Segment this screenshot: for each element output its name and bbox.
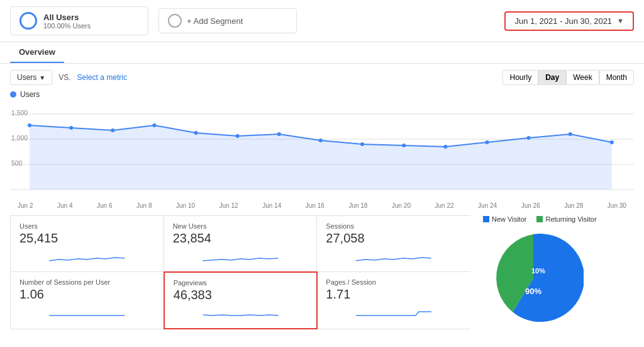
mini-chart-users: [19, 248, 155, 266]
week-button[interactable]: Week: [566, 70, 599, 85]
chevron-down-icon: ▼: [617, 17, 624, 25]
stat-card-pages-per-session: Pages / Session 1.71: [317, 272, 470, 329]
returning-visitor-label: Returning Visitor: [545, 215, 596, 223]
stat-value: 23,854: [173, 231, 308, 246]
stats-grid: Users 25,415 New Users 23,854 Sessions 2…: [10, 215, 470, 329]
stat-card-new-users: New Users 23,854: [164, 216, 318, 272]
x-label: Jun 14: [262, 202, 281, 209]
x-label: Jun 24: [478, 202, 497, 209]
x-label: Jun 28: [564, 202, 583, 209]
mini-chart-sessions-per-user: [19, 304, 155, 322]
mini-chart-pageviews: [174, 305, 308, 322]
stat-label: Pageviews: [174, 279, 308, 287]
svg-text:90%: 90%: [525, 287, 541, 296]
stat-card-users: Users 25,415: [11, 216, 164, 272]
svg-point-18: [485, 140, 489, 144]
svg-point-14: [319, 139, 323, 142]
svg-text:10%: 10%: [531, 267, 545, 275]
new-visitor-label: New Visitor: [492, 215, 526, 223]
segment-percentage: 100.00% Users: [43, 22, 91, 30]
svg-point-16: [402, 144, 406, 147]
metric-dropdown[interactable]: Users ▼: [10, 70, 52, 85]
dropdown-arrow-icon: ▼: [39, 74, 45, 81]
mini-chart-sessions: [326, 248, 462, 266]
x-label: Jun 10: [176, 202, 195, 209]
stat-label: Users: [19, 222, 155, 230]
svg-point-11: [194, 131, 197, 135]
new-visitor-legend: New Visitor: [483, 215, 526, 223]
day-button[interactable]: Day: [538, 70, 566, 85]
stat-label: Pages / Session: [326, 278, 462, 286]
stat-value: 1.06: [19, 287, 155, 302]
new-visitor-dot: [483, 216, 489, 222]
svg-text:1,500: 1,500: [11, 110, 28, 117]
svg-point-21: [610, 140, 614, 144]
add-segment-label: + Add Segment: [187, 16, 243, 26]
vs-label: VS.: [58, 73, 70, 82]
stat-value: 46,383: [174, 288, 308, 302]
stat-value: 1.71: [326, 287, 462, 302]
segment-circle: [19, 12, 37, 30]
svg-point-9: [111, 128, 114, 132]
hourly-button[interactable]: Hourly: [502, 70, 538, 85]
stat-value: 25,415: [19, 231, 155, 246]
add-segment-button[interactable]: + Add Segment: [158, 8, 297, 33]
x-label: Jun 2: [18, 202, 33, 209]
chart-legend: Users: [10, 90, 634, 99]
svg-text:1,000: 1,000: [11, 135, 28, 142]
svg-text:500: 500: [11, 160, 23, 167]
x-label: Jun 4: [57, 202, 72, 209]
tab-overview[interactable]: Overview: [10, 42, 64, 63]
chart-section: Users ▼ VS. Select a metric Hourly Day W…: [0, 64, 644, 209]
stat-card-sessions-per-user: Number of Sessions per User 1.06: [11, 272, 164, 329]
stat-label: New Users: [173, 222, 308, 230]
svg-point-12: [236, 134, 240, 138]
svg-point-10: [152, 123, 156, 127]
svg-point-15: [360, 142, 364, 146]
tabs-bar: Overview: [0, 42, 644, 64]
x-label: Jun 26: [521, 202, 540, 209]
mini-chart-new-users: [173, 248, 308, 266]
stat-label: Number of Sessions per User: [19, 278, 155, 286]
stat-card-sessions: Sessions 27,058: [317, 216, 470, 272]
svg-point-19: [527, 136, 531, 140]
returning-visitor-legend: Returning Visitor: [536, 215, 596, 223]
add-segment-circle: [168, 14, 182, 28]
time-buttons: Hourly Day Week Month: [502, 70, 634, 85]
pie-chart-wrap: 10% 90%: [483, 228, 584, 329]
month-button[interactable]: Month: [599, 70, 634, 85]
svg-point-7: [28, 123, 31, 127]
legend-label: Users: [20, 90, 40, 99]
top-bar: All Users 100.00% Users + Add Segment Ju…: [0, 0, 644, 42]
select-metric-link[interactable]: Select a metric: [77, 73, 127, 82]
segment-name: All Users: [43, 13, 91, 22]
stat-label: Sessions: [326, 222, 462, 230]
svg-point-17: [443, 145, 447, 149]
x-label: Jun 6: [97, 202, 112, 209]
x-label: Jun 22: [435, 202, 454, 209]
pie-section: New Visitor Returning Visitor 10% 90%: [470, 215, 634, 329]
line-chart-svg: 1,500 1,000 500: [10, 101, 634, 202]
svg-point-8: [69, 126, 73, 130]
x-label: Jun 16: [306, 202, 325, 209]
metric-label: Users: [17, 73, 36, 82]
returning-visitor-dot: [536, 216, 543, 222]
x-axis: Jun 2 Jun 4 Jun 6 Jun 8 Jun 10 Jun 12 Ju…: [10, 202, 634, 209]
legend-dot: [10, 91, 16, 98]
pie-chart-svg: 10% 90%: [483, 228, 584, 329]
svg-point-13: [277, 132, 281, 136]
x-label: Jun 20: [392, 202, 411, 209]
x-label: Jun 18: [348, 202, 367, 209]
stat-value: 27,058: [326, 231, 462, 246]
x-label: Jun 30: [608, 202, 626, 209]
date-range-selector[interactable]: Jun 1, 2021 - Jun 30, 2021 ▼: [504, 11, 634, 31]
date-range-text: Jun 1, 2021 - Jun 30, 2021: [514, 16, 612, 26]
all-users-segment[interactable]: All Users 100.00% Users: [10, 6, 148, 35]
x-label: Jun 12: [219, 202, 238, 209]
x-label: Jun 8: [136, 202, 152, 209]
stat-card-pageviews: Pageviews 46,383: [164, 271, 318, 329]
mini-chart-pages-per-session: [326, 304, 462, 322]
stats-section: Users 25,415 New Users 23,854 Sessions 2…: [0, 209, 644, 329]
pie-legend: New Visitor Returning Visitor: [483, 215, 597, 223]
svg-point-20: [569, 132, 572, 136]
